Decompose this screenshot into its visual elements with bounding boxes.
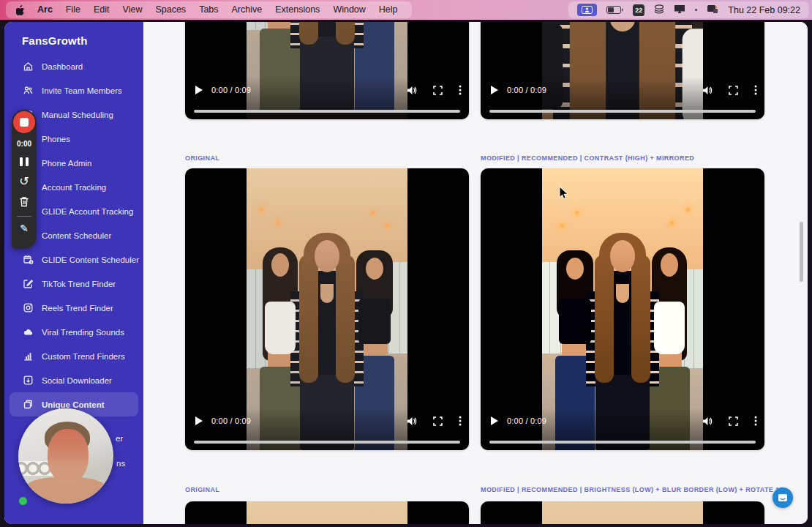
video-card-top-modified: 0:00 / 0:09	[481, 22, 764, 119]
apple-icon[interactable]	[13, 5, 31, 15]
more-options-button[interactable]	[459, 85, 462, 95]
video-controls: 0:00 / 0:09	[481, 77, 764, 119]
menu-window[interactable]: Window	[326, 1, 372, 18]
video-controls: 0:00 / 0:09	[185, 77, 469, 119]
chat-widget-button[interactable]	[772, 487, 793, 508]
volume-button[interactable]	[407, 416, 417, 426]
video-frame	[542, 501, 703, 524]
menu-tabs[interactable]: Tabs	[192, 1, 225, 18]
stage-manager-icon[interactable]	[707, 4, 718, 17]
pause-recording-button[interactable]	[17, 156, 31, 168]
video-card-bottom-modified	[481, 501, 764, 524]
video-time: 0:00 / 0:09	[211, 416, 251, 425]
sidebar-item-custom-trend-finders[interactable]: Custom Trend Finders	[4, 344, 143, 368]
sidebar-item-label: Phones	[42, 135, 70, 143]
menu-archive[interactable]: Archive	[225, 1, 269, 18]
layers-icon[interactable]	[654, 4, 664, 17]
volume-button[interactable]	[407, 86, 417, 95]
bar-chart-icon	[23, 351, 34, 362]
video-progress-bar[interactable]	[194, 441, 460, 444]
menu-bar-clock[interactable]: Thu 22 Feb 09:22	[728, 5, 800, 15]
stop-recording-button[interactable]	[13, 111, 35, 133]
divider	[17, 216, 31, 217]
app-brand: FansGrowth	[22, 34, 88, 47]
sidebar-item-partial-2[interactable]: ns	[116, 459, 125, 468]
more-options-button[interactable]	[459, 416, 462, 426]
sidebar-item-reels-trend-finder[interactable]: Reels Trend Finder	[4, 296, 143, 320]
video-progress-bar[interactable]	[194, 110, 460, 113]
volume-button[interactable]	[702, 416, 713, 426]
sidebar-item-label: Invite Team Members	[42, 86, 122, 95]
modified-label: MODIFIED | RECOMMENDED | BRIGHTNESS (LOW…	[481, 486, 783, 493]
play-button[interactable]	[195, 416, 203, 425]
sidebar-item-label: Social Downloader	[42, 376, 112, 385]
fullscreen-button[interactable]	[729, 86, 738, 95]
sidebar-item-partial-1[interactable]: er	[116, 434, 123, 443]
menu-spaces[interactable]: Spaces	[149, 1, 192, 18]
sidebar-item-label: Viral Trending Sounds	[42, 328, 124, 337]
sidebar-item-dashboard[interactable]: Dashboard	[4, 54, 143, 78]
volume-button[interactable]	[702, 86, 713, 95]
draw-pen-button[interactable]: ✎	[20, 223, 29, 234]
video-card-original: 0:00 / 0:09	[185, 168, 469, 450]
sidebar-item-label: Reels Trend Finder	[42, 304, 113, 313]
video-controls: 0:00 / 0:09	[481, 408, 764, 450]
sidebar-item-social-downloader[interactable]: Social Downloader	[4, 368, 143, 392]
fullscreen-button[interactable]	[729, 416, 738, 426]
modified-label: MODIFIED | RECOMMENDED | CONTRAST (HIGH)…	[481, 154, 694, 162]
camera-icon	[23, 302, 34, 313]
webcam-bubble[interactable]	[18, 408, 113, 504]
main-content: 0:00 / 0:09 0:00 / 0:09	[143, 22, 808, 524]
menu-file[interactable]: File	[59, 1, 87, 18]
recording-timer: 0:00	[17, 140, 31, 148]
menu-edit[interactable]: Edit	[87, 1, 116, 18]
restart-recording-button[interactable]: ↺	[17, 176, 31, 187]
more-options-button[interactable]	[754, 85, 757, 95]
mouse-cursor	[559, 186, 568, 203]
chat-icon	[778, 493, 788, 503]
home-icon	[23, 61, 34, 72]
delete-recording-button[interactable]	[17, 195, 31, 207]
screen-recorder-panel: 0:00 ↺ ✎	[12, 110, 37, 249]
menu-view[interactable]: View	[116, 1, 149, 18]
menu-help[interactable]: Help	[372, 1, 405, 18]
sidebar-item-label: Custom Trend Finders	[42, 352, 125, 361]
fullscreen-button[interactable]	[433, 86, 443, 95]
sidebar-item-label: GLIDE Content Scheduler	[42, 255, 139, 264]
sidebar-item-glide-content-scheduler[interactable]: GLIDE Content Scheduler	[4, 247, 143, 272]
online-status-dot	[19, 497, 27, 505]
menu-bar-status: 22 Thu 22 Feb 09:22	[568, 1, 809, 18]
calendar-gear-icon	[23, 254, 34, 265]
play-button[interactable]	[491, 86, 498, 94]
sidebar-item-label: Account Tracking	[42, 183, 106, 192]
fullscreen-button[interactable]	[433, 416, 443, 426]
sidebar-item-viral-trending-sounds[interactable]: Viral Trending Sounds	[4, 320, 143, 344]
sidebar-item-label: Content Scheduler	[42, 231, 111, 240]
users-icon	[23, 85, 34, 96]
video-time: 0:00 / 0:09	[507, 86, 546, 94]
menu-arc[interactable]: Arc	[31, 1, 59, 18]
scrollbar[interactable]	[800, 222, 803, 282]
battery-icon[interactable]	[606, 4, 623, 17]
menu-bar-left: Arc File Edit View Spaces Tabs Archive E…	[6, 1, 412, 18]
video-time: 0:00 / 0:09	[507, 416, 546, 425]
menu-extensions[interactable]: Extensions	[268, 1, 326, 18]
content-icon	[23, 399, 34, 410]
display-icon[interactable]	[674, 4, 685, 17]
play-button[interactable]	[195, 86, 203, 94]
cloud-icon	[23, 326, 34, 337]
video-progress-bar[interactable]	[489, 441, 756, 444]
screen-share-indicator-icon[interactable]	[577, 4, 597, 16]
play-button[interactable]	[491, 416, 498, 425]
more-options-button[interactable]	[754, 416, 757, 426]
video-time: 0:00 / 0:09	[211, 86, 251, 94]
calendar-date-icon[interactable]: 22	[633, 4, 644, 16]
sidebar-item-tiktok-trend-finder[interactable]: TikTok Trend Finder	[4, 272, 143, 296]
video-card-top-original: 0:00 / 0:09	[185, 22, 469, 119]
browser-window: FansGrowth Dashboard Invite Team Members…	[4, 22, 808, 524]
sidebar-item-label: Phone Admin	[42, 159, 91, 168]
sidebar-item-invite-team-members[interactable]: Invite Team Members	[4, 78, 143, 102]
edit-square-icon	[23, 278, 34, 289]
video-progress-bar[interactable]	[489, 110, 756, 113]
dot-icon	[695, 9, 697, 11]
